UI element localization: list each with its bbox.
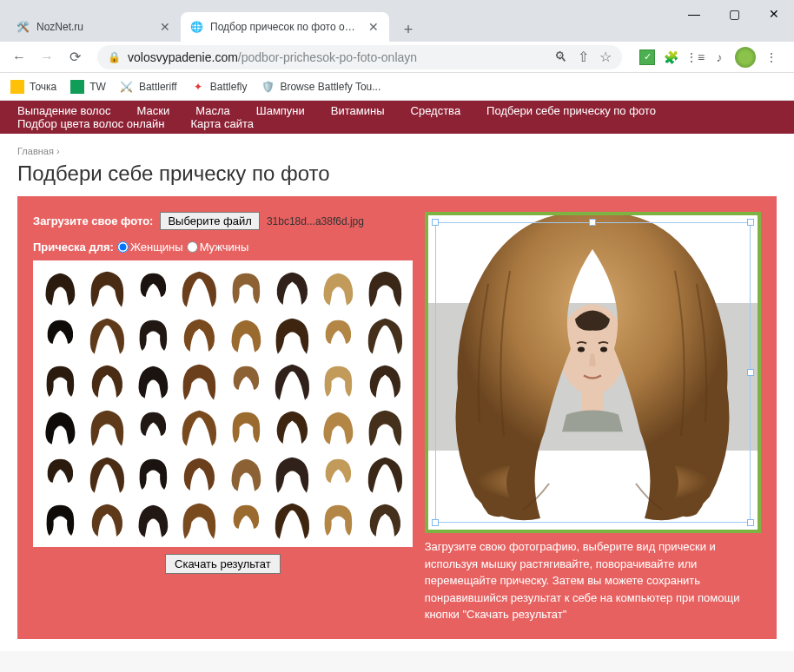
hairstyle-option[interactable] [84,312,129,356]
bookmark-battlefy[interactable]: 🛡️Browse Battlefy Tou... [261,80,380,94]
bookmark-battleriff[interactable]: ⚔️Battleriff [120,80,177,94]
hairstyle-option[interactable] [131,405,175,449]
hairstyle-option[interactable] [316,405,361,449]
menu-icon[interactable]: ⋮ [763,49,780,66]
hairstyle-option[interactable] [270,451,314,495]
tab-title: NozNet.ru [36,21,151,33]
close-icon[interactable]: ✕ [158,20,172,34]
hairstyle-tool: Загрузите свое фото: Выберите файл 31bc1… [17,196,777,639]
hairstyle-option[interactable] [270,405,314,449]
back-button[interactable]: ← [7,45,31,69]
hairstyle-option[interactable] [84,497,129,542]
tab-hairstyle[interactable]: 🌐 Подбор причесок по фото онла ✕ [181,12,389,42]
bookmark-tw[interactable]: TW [70,80,106,94]
bookmark-icon[interactable]: ☆ [599,49,612,65]
hairstyle-option[interactable] [316,359,361,403]
gender-female-option[interactable]: Женщины [117,240,183,254]
choose-file-button[interactable]: Выберите файл [160,212,259,230]
tab-noznet[interactable]: 🛠️ NozNet.ru ✕ [7,12,181,42]
lock-icon: 🔒 [108,51,121,63]
window-close[interactable]: ✕ [754,0,794,28]
window-maximize[interactable]: ▢ [714,0,754,28]
hairstyle-option[interactable] [177,312,222,356]
hairstyle-option[interactable] [177,497,222,542]
bookmark-battlefly[interactable]: ✦Battlefly [191,80,248,94]
hairstyle-option[interactable] [316,312,361,356]
hairstyle-option[interactable] [131,312,175,356]
page-title: Подбери себе прическу по фото [17,161,777,186]
tab-title: Подбор причесок по фото онла [210,21,360,33]
hairstyle-option[interactable] [270,359,314,403]
hairstyle-option[interactable] [316,497,361,542]
hairstyle-option[interactable] [84,451,129,495]
hairstyle-option[interactable] [270,497,314,542]
window-minimize[interactable]: — [674,0,714,28]
browser-toolbar: ← → ⟳ 🔒 volosvypadenie.com/podbor-priche… [0,42,794,73]
share-icon[interactable]: ⇧ [578,49,589,65]
download-result-button[interactable]: Скачать результат [165,554,281,574]
hairstyle-option[interactable] [270,266,314,310]
nav-link[interactable]: Витамины [331,104,385,117]
hairstyle-option[interactable] [38,451,83,495]
gender-label: Прическа для: [33,240,114,254]
nav-link[interactable]: Подбор цвета волос онлайн [17,117,165,130]
hairstyle-option[interactable] [84,266,129,310]
hairstyle-option[interactable] [362,312,407,356]
close-icon[interactable]: ✕ [367,20,380,34]
extension-puzzle-icon[interactable]: 🧩 [662,49,679,66]
hairstyle-option[interactable] [38,497,83,542]
bookmark-tochka[interactable]: Точка [10,80,56,94]
hairstyle-option[interactable] [223,497,268,542]
instructions-text: Загрузите свою фотографию, выберите вид … [425,538,761,623]
hairstyle-option[interactable] [177,266,222,310]
hairstyle-option[interactable] [223,405,268,449]
extension-adblock-icon[interactable]: ✓ [639,49,655,65]
search-icon[interactable]: 🔍︎ [554,49,567,64]
hairstyle-option[interactable] [177,359,222,403]
hairstyle-option[interactable] [131,497,175,542]
preview-canvas[interactable] [425,212,761,533]
nav-link[interactable]: Масла [195,104,230,117]
hairstyle-option[interactable] [316,266,361,310]
hairstyle-option[interactable] [223,359,268,403]
hairstyle-option[interactable] [362,497,407,542]
hairstyle-option[interactable] [177,451,222,495]
nav-link[interactable]: Шампуни [256,104,305,117]
new-tab-button[interactable]: + [396,17,420,42]
nav-link[interactable]: Карта сайта [191,117,254,130]
globe-icon: 🌐 [189,20,203,34]
nav-link[interactable]: Выпадение волос [17,104,111,117]
hairstyle-option[interactable] [131,359,175,403]
nav-link[interactable]: Подбери себе прическу по фото [486,104,656,117]
hairstyle-option[interactable] [362,405,407,449]
hairstyle-option[interactable] [84,359,129,403]
hairstyle-option[interactable] [131,266,175,310]
nav-link[interactable]: Средства [411,104,461,117]
gender-male-option[interactable]: Мужчины [187,240,249,254]
hairstyle-grid[interactable] [33,260,413,547]
wrench-icon: 🛠️ [16,20,30,34]
hairstyle-option[interactable] [362,266,407,310]
forward-button[interactable]: → [35,45,59,69]
hairstyle-option[interactable] [131,451,175,495]
hairstyle-option[interactable] [270,312,314,356]
hairstyle-option[interactable] [38,312,83,356]
breadcrumb[interactable]: Главная › [17,146,777,156]
extension-music-icon[interactable]: ♪ [711,49,728,66]
hairstyle-option[interactable] [316,451,361,495]
hairstyle-option[interactable] [38,405,83,449]
hairstyle-option[interactable] [177,405,222,449]
hairstyle-option[interactable] [362,451,407,495]
address-bar[interactable]: 🔒 volosvypadenie.com/podbor-prichesok-po… [97,45,622,69]
hairstyle-option[interactable] [362,359,407,403]
profile-avatar[interactable] [735,47,756,68]
hairstyle-option[interactable] [223,266,268,310]
hairstyle-option[interactable] [84,405,129,449]
nav-link[interactable]: Маски [137,104,170,117]
reload-button[interactable]: ⟳ [63,45,87,69]
hairstyle-option[interactable] [223,312,268,356]
hairstyle-option[interactable] [223,451,268,495]
extension-list-icon[interactable]: ⋮≡ [686,49,704,66]
hairstyle-option[interactable] [38,359,83,403]
hairstyle-option[interactable] [38,266,83,310]
